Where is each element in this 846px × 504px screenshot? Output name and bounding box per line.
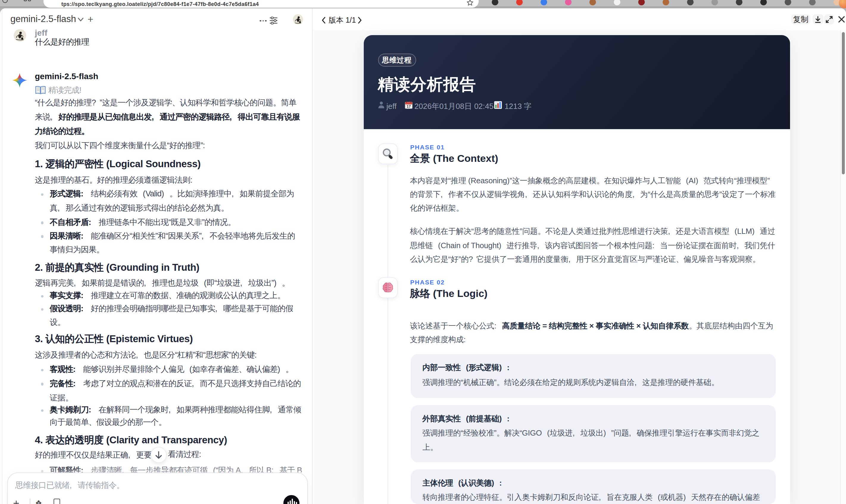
svg-text:17: 17 xyxy=(407,104,411,108)
